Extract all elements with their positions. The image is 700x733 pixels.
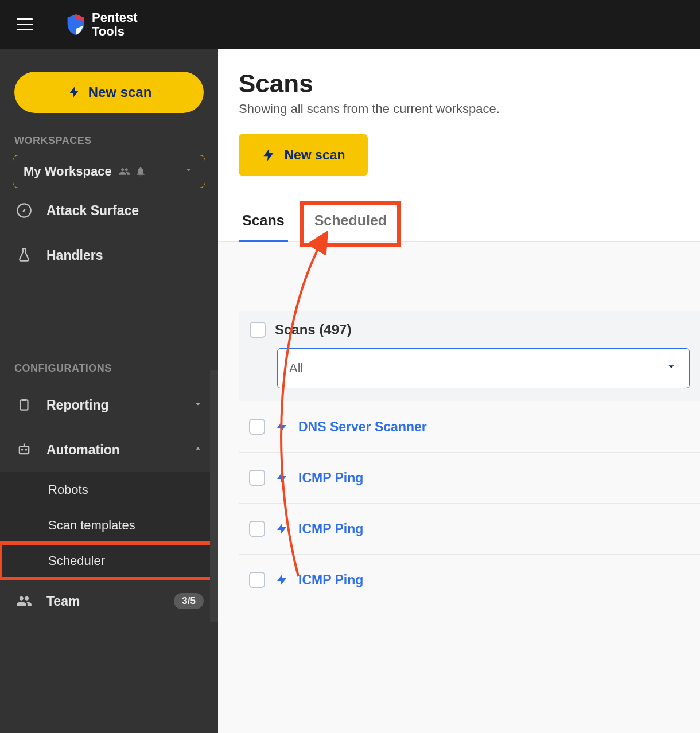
scan-name-link[interactable]: ICMP Ping (298, 521, 363, 537)
sidebar-item-team[interactable]: Team 3/5 (0, 579, 218, 623)
new-scan-label: New scan (284, 147, 345, 163)
bolt-icon (274, 521, 289, 536)
main-content: Scans Showing all scans from the current… (218, 49, 700, 733)
nav-label: Handlers (46, 248, 103, 263)
sidebar-item-attack-surface[interactable]: Attack Surface (0, 188, 218, 233)
list-header-label: Scans (497) (275, 322, 351, 338)
tab-scheduled[interactable]: Scheduled (305, 206, 396, 241)
sidebar: New scan WORKSPACES My Workspace Attack … (0, 49, 218, 733)
section-configurations-label: CONFIGURATIONS (0, 341, 218, 383)
new-scan-button-sidebar[interactable]: New scan (14, 72, 204, 113)
bolt-icon (274, 470, 289, 485)
menu-toggle-button[interactable] (0, 0, 49, 49)
list-header: Scans (497) All (239, 311, 700, 401)
svg-point-5 (25, 449, 28, 451)
page-title: Scans (239, 69, 700, 98)
row-checkbox[interactable] (249, 521, 265, 537)
scan-name-link[interactable]: DNS Server Scanner (298, 419, 427, 435)
tab-scans[interactable]: Scans (239, 206, 288, 241)
nav-label: Attack Surface (46, 203, 139, 219)
workspace-name: My Workspace (24, 164, 112, 179)
nav-label: Reporting (46, 397, 109, 413)
chevron-up-icon (192, 442, 204, 458)
filter-value: All (289, 361, 303, 376)
team-badge: 3/5 (174, 593, 204, 609)
scan-name-link[interactable]: ICMP Ping (298, 572, 363, 588)
shield-icon (65, 13, 86, 36)
sidebar-item-automation[interactable]: Automation (0, 427, 218, 472)
nav-label: Robots (48, 482, 88, 497)
sidebar-item-handlers[interactable]: Handlers (0, 233, 218, 278)
compass-icon (14, 201, 34, 220)
row-checkbox[interactable] (249, 419, 265, 435)
bolt-icon (274, 419, 289, 434)
hamburger-icon (17, 18, 33, 30)
row-checkbox[interactable] (249, 470, 265, 486)
sidebar-scrollbar[interactable] (210, 370, 218, 622)
new-scan-label: New scan (88, 84, 152, 100)
sidebar-item-scan-templates[interactable]: Scan templates (0, 508, 218, 543)
bolt-icon (67, 85, 81, 100)
scan-name-link[interactable]: ICMP Ping (298, 470, 363, 486)
nav-label: Team (46, 594, 80, 609)
table-row[interactable]: ICMP Ping (239, 555, 700, 588)
users-icon (14, 591, 34, 611)
new-scan-button-main[interactable]: New scan (239, 134, 368, 176)
filter-select[interactable]: All (277, 348, 690, 388)
brand-text: Pentest Tools (92, 11, 137, 37)
select-all-checkbox[interactable] (250, 322, 266, 338)
bolt-icon (261, 147, 276, 162)
section-workspaces-label: WORKSPACES (0, 113, 218, 155)
main-header: Scans Showing all scans from the current… (218, 49, 700, 196)
table-row[interactable]: DNS Server Scanner (239, 401, 700, 453)
sidebar-item-scheduler[interactable]: Scheduler (0, 543, 218, 579)
sidebar-item-robots[interactable]: Robots (0, 472, 218, 508)
workspace-selector[interactable]: My Workspace (13, 155, 205, 188)
bell-icon (135, 166, 146, 177)
tabs: Scans Scheduled (218, 196, 700, 242)
top-header: Pentest Tools (0, 0, 700, 49)
chevron-down-icon (665, 360, 678, 376)
svg-rect-3 (20, 446, 29, 454)
robot-icon (14, 440, 34, 459)
scan-list: Scans (497) All DNS Server Scanner ICMP … (218, 242, 700, 588)
clipboard-icon (14, 395, 34, 415)
svg-rect-2 (22, 399, 26, 401)
nav-label: Scan templates (48, 518, 135, 533)
page-subtitle: Showing all scans from the current works… (239, 102, 700, 116)
row-checkbox[interactable] (249, 572, 265, 588)
brand-logo[interactable]: Pentest Tools (65, 11, 137, 37)
users-icon (119, 166, 130, 177)
flask-icon (14, 245, 34, 265)
workspace-icons (119, 166, 146, 177)
automation-submenu: Robots Scan templates Scheduler (0, 472, 218, 579)
nav-label: Automation (46, 442, 120, 458)
nav-label: Scheduler (48, 553, 105, 568)
table-row[interactable]: ICMP Ping (239, 504, 700, 555)
svg-rect-1 (21, 400, 28, 410)
bolt-icon (274, 572, 289, 587)
table-row[interactable]: ICMP Ping (239, 453, 700, 504)
svg-point-4 (21, 449, 24, 451)
sidebar-item-reporting[interactable]: Reporting (0, 383, 218, 427)
chevron-down-icon (183, 164, 195, 179)
chevron-down-icon (192, 397, 204, 413)
